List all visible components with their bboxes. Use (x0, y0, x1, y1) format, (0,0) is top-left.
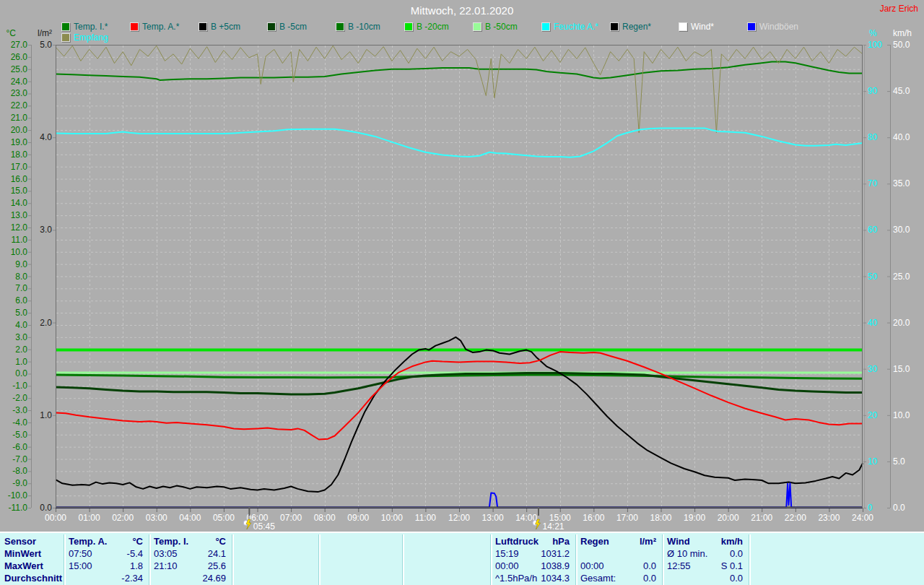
table-cell: Windkm/h (663, 536, 749, 547)
table-cell-label: Temp. A. (69, 536, 107, 547)
axis-tick-label: 70 (868, 178, 878, 188)
axis-tick-label: 30.0 (893, 225, 910, 235)
axis-km/h: 50.045.040.035.030.025.020.015.010.05.00… (887, 40, 910, 513)
table-cell: 24.69 (149, 573, 232, 584)
table-cell-label: Wind (667, 536, 690, 547)
axis-tick-label: -7.0 (12, 454, 27, 464)
table-cell: Regenl/m² (576, 536, 663, 547)
table-cell-label: Luftdruck (495, 536, 539, 547)
x-axis-label: 20:00 (718, 513, 739, 523)
axis-tick-label: 50 (868, 272, 878, 282)
axis-tick-label: 9.0 (15, 259, 27, 269)
axis-tick-label: 20.0 (893, 318, 910, 328)
axis-tick-label: 24.0 (11, 77, 28, 87)
table-cell-label: Gesamt: (580, 573, 616, 584)
axis-tick-label: 35.0 (893, 178, 910, 188)
table-cell-value: -2.34 (121, 573, 143, 584)
marker-time-label: 14:21 (542, 521, 564, 532)
x-axis-label: 08:00 (314, 513, 336, 523)
table-cell-label: MaxWert (4, 560, 43, 571)
axis-tick-label: 0 (868, 503, 873, 513)
x-axis-label: 00:00 (45, 513, 66, 523)
axis-tick-label: -1.0 (12, 381, 27, 391)
axis-tick-label: 100 (868, 40, 882, 50)
x-axis-label: 18:00 (650, 513, 671, 523)
table-cell: 03:0524.1 (149, 548, 232, 560)
table-cell: 12:55S 0.1 (663, 560, 749, 572)
table-cell: ^1.5hPa/h1034.3 (491, 573, 576, 584)
table-cell-label: 00:00 (495, 560, 519, 571)
axis-tick-label: 15.0 (893, 364, 910, 374)
table-cell: 21:1025.6 (149, 560, 232, 572)
table-cell-value: l/m² (640, 536, 656, 547)
axis-tick-label: 17.0 (11, 162, 28, 172)
table-cell-value: 1038.9 (541, 560, 570, 571)
table-cell-value: km/h (721, 536, 743, 547)
unit-label: °C (6, 28, 17, 38)
axis-tick-label: 10 (868, 456, 878, 467)
axis-tick-label: -3.0 (12, 405, 27, 415)
axis-%: 1009080706050403020100 (863, 40, 882, 513)
axis-tick-label: 20.0 (11, 125, 28, 135)
table-cell: Gesamt:0.0 (576, 573, 663, 584)
axis-tick-label: -6.0 (12, 442, 27, 452)
axis-tick-label: -8.0 (12, 466, 27, 476)
axis-tick-label: 3.0 (40, 225, 52, 235)
x-axis-label: 07:00 (280, 513, 302, 523)
table-cell-value: °C (215, 536, 226, 547)
table-cell-label: 07:50 (69, 548, 92, 559)
axis-tick-label: -9.0 (12, 478, 27, 488)
axis-tick-label: 25.0 (11, 64, 28, 74)
table-column-separator (232, 534, 234, 585)
x-axis-label: 22:00 (785, 513, 806, 523)
table-cell: Temp. A.°C (64, 536, 149, 547)
axis-tick-label: 90 (868, 86, 878, 96)
x-axis-label: 24:00 (852, 513, 873, 523)
gridlines (56, 46, 862, 507)
table-cell: LuftdruckhPa (491, 536, 576, 547)
table-cell-value: 0.0 (643, 560, 656, 571)
table-cell: 15:001.8 (64, 560, 149, 572)
axis-tick-label: 30 (868, 364, 878, 374)
table-cell-label: Sensor (4, 536, 36, 547)
axis-tick-label: 2.0 (40, 318, 52, 328)
axis-tick-label: 18.0 (11, 150, 28, 160)
x-axis-label: 10:00 (381, 513, 403, 523)
x-axis-label: 05:00 (213, 513, 235, 523)
axis-tick-label: 27.0 (11, 40, 28, 50)
x-axis-label: 21:00 (751, 513, 772, 523)
table-cell-value: 0.0 (730, 548, 743, 559)
table-cell-value: 24.69 (202, 573, 226, 584)
axis-°C: 27.026.025.024.023.022.021.020.019.018.0… (8, 40, 32, 513)
sunset-icon (533, 519, 541, 529)
axis-tick-label: 19.0 (11, 137, 28, 147)
table-cell: 00:000.0 (576, 560, 663, 572)
table-cell-value: 0.0 (643, 573, 656, 584)
x-axis-label: 19:00 (684, 513, 705, 523)
axis-tick-label: 25.0 (893, 272, 910, 282)
axis-tick-label: 16.0 (11, 174, 28, 184)
axis-tick-label: 13.0 (11, 210, 28, 220)
axis-tick-label: 45.0 (893, 86, 910, 96)
chart-plot: 27.026.025.024.023.022.021.020.019.018.0… (0, 0, 924, 585)
table-column-separator (319, 534, 321, 585)
table-cell-label: 12:55 (667, 560, 691, 571)
table-cell: 15:191031.2 (491, 548, 576, 560)
axis-tick-label: -5.0 (12, 430, 27, 440)
unit-label: km/h (893, 28, 912, 38)
table-cell-value: 1034.3 (541, 573, 570, 584)
table-cell: 00:001038.9 (491, 560, 576, 572)
x-axis-label: 04:00 (179, 513, 201, 523)
axis-tick-label: 5.0 (40, 40, 52, 50)
axis-tick-label: 0.0 (893, 503, 905, 513)
table-cell-value: -5.4 (127, 548, 143, 559)
series-windboen (56, 483, 863, 507)
unit-label: % (869, 28, 877, 38)
stats-table: SensorMinWertMaxWertDurchschnittTemp. A.… (0, 532, 924, 585)
unit-label: l/m² (38, 28, 52, 38)
axis-tick-label: 23.0 (11, 88, 28, 98)
table-cell-label: ^1.5hPa/h (495, 573, 537, 584)
table-cell-value: 24.1 (208, 548, 226, 559)
axis-tick-label: 8.0 (15, 272, 27, 282)
table-cell: MinWert (0, 548, 64, 560)
